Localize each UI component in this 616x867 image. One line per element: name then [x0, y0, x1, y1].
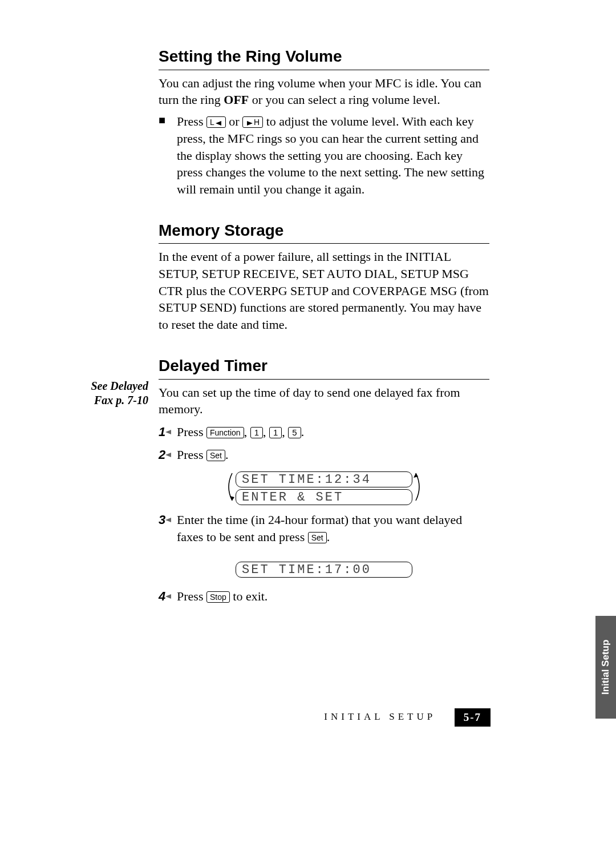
key-volume-low: L: [206, 116, 226, 128]
section-memory-storage: Memory Storage In the event of a power f…: [159, 220, 489, 333]
footer-chapter-label: INITIAL SETUP: [324, 711, 436, 722]
step-digit: 3: [159, 511, 165, 529]
key-set: Set: [206, 450, 225, 461]
lcd-line-3: SET TIME:17:00: [236, 562, 412, 578]
key-1: 1: [250, 427, 263, 438]
bullet-text: Press L or H to adjust the volume level.…: [177, 113, 489, 197]
step-number-icon: 1: [159, 424, 177, 441]
step-digit: 2: [159, 446, 165, 463]
key-5: 5: [288, 427, 301, 438]
page-body: Setting the Ring Volume You can adjust t…: [74, 46, 491, 626]
key-1: 1: [269, 427, 282, 438]
step-number-icon: 3: [159, 511, 177, 545]
svg-marker-7: [165, 594, 171, 599]
key-function: Function: [206, 427, 244, 438]
page-footer: INITIAL SETUP 5-7: [74, 708, 491, 727]
text: Press: [177, 447, 206, 462]
section-delayed-timer: Delayed Timer See Delayed Fax p. 7-10 Yo…: [74, 355, 491, 605]
bullet-item: ■ Press L or H to adjust the volume leve…: [159, 113, 489, 197]
step-number-icon: 4: [159, 588, 177, 605]
svg-marker-3: [165, 453, 171, 457]
bullet-square-icon: ■: [159, 113, 177, 197]
text: .: [225, 447, 229, 462]
text: or you can select a ring volume level.: [249, 92, 440, 107]
lcd-line-1: SET TIME:12:34: [236, 471, 412, 487]
step-digit: 1: [159, 424, 165, 441]
memory-body: In the event of a power failure, all set…: [159, 248, 489, 333]
text-bold-off: OFF: [224, 92, 249, 107]
svg-marker-1: [247, 121, 253, 126]
text: ,: [263, 425, 269, 439]
step-body: Press Stop to exit.: [177, 588, 489, 605]
scroll-right-icon: [412, 471, 425, 506]
key-stop: Stop: [206, 591, 230, 603]
text: ,: [282, 425, 288, 439]
text: ,: [244, 425, 250, 439]
text: Press: [177, 589, 206, 603]
lcd-display-single: SET TIME:17:00: [159, 554, 489, 582]
svg-marker-0: [216, 121, 221, 126]
step-4: 4 Press Stop to exit.: [159, 588, 489, 605]
key-label: L: [210, 118, 214, 127]
heading-delayed-timer: Delayed Timer: [159, 355, 489, 380]
scroll-left-icon: [223, 471, 236, 506]
step-body: Press Set.: [177, 446, 489, 463]
text: to exit.: [230, 589, 268, 603]
text: Press: [177, 425, 206, 439]
delayed-intro: You can set up the time of day to send o…: [159, 384, 489, 418]
lcd-display-group: SET TIME:12:34 ENTER & SET: [159, 471, 489, 506]
step-2: 2 Press Set.: [159, 446, 489, 463]
step-digit: 4: [159, 588, 165, 605]
key-set: Set: [308, 532, 327, 543]
svg-marker-4: [230, 496, 234, 501]
svg-marker-6: [165, 518, 171, 522]
section-ring-volume: Setting the Ring Volume You can adjust t…: [159, 46, 489, 198]
heading-memory-storage: Memory Storage: [159, 220, 489, 244]
text: or: [226, 114, 242, 128]
step-body: Press Function, 1, 1, 5.: [177, 424, 489, 441]
ring-intro: You can adjust the ring volume when your…: [159, 75, 489, 108]
text: .: [327, 530, 330, 544]
key-label: H: [254, 118, 260, 127]
key-volume-high: H: [242, 116, 263, 128]
svg-marker-2: [165, 430, 171, 434]
thumb-tab-initial-setup: Initial Setup: [595, 616, 616, 719]
footer-page-number: 5-7: [455, 708, 491, 727]
step-number-icon: 2: [159, 446, 177, 463]
lcd-line-2: ENTER & SET: [236, 489, 412, 505]
text: .: [301, 425, 305, 439]
heading-ring-volume: Setting the Ring Volume: [159, 46, 489, 70]
text: Press: [177, 114, 206, 128]
step-1: 1 Press Function, 1, 1, 5.: [159, 424, 489, 441]
step-3: 3 Enter the time (in 24-hour format) tha…: [159, 511, 489, 545]
step-body: Enter the time (in 24-hour format) that …: [177, 511, 489, 545]
margin-note-see-delayed-fax: See Delayed Fax p. 7-10: [74, 379, 148, 408]
